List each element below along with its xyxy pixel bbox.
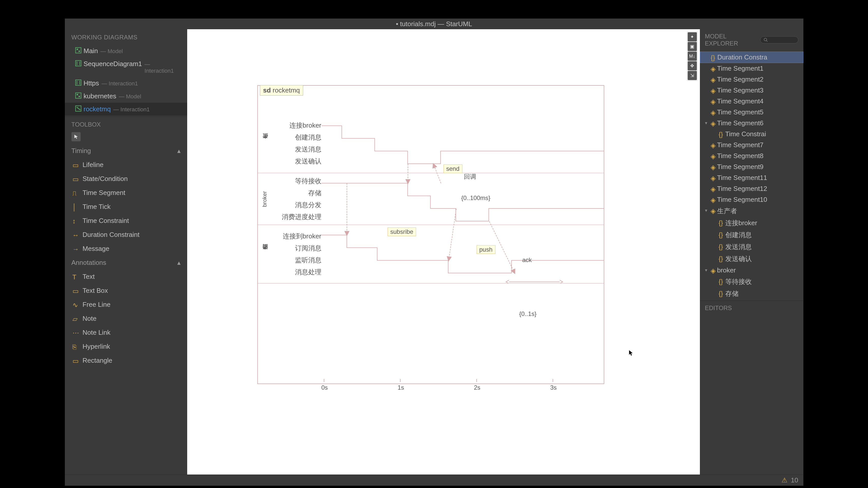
tree-item[interactable]: ◈Time Segment7 — [700, 139, 803, 151]
tree-item[interactable]: {}Time Constrai — [700, 129, 803, 139]
tool-note-link[interactable]: ⋯Note Link — [65, 326, 187, 339]
markdown-icon[interactable]: M↓ — [688, 52, 697, 61]
tool-duration-constraint[interactable]: ↔Duration Constraint — [65, 228, 187, 242]
lifeline-producer[interactable]: 生产者 连接broker 创建消息 发送消息 发送确认 — [258, 113, 604, 173]
tool-note[interactable]: ▱Note — [65, 312, 187, 326]
diagram-item-main[interactable]: Main — Model — [65, 44, 187, 58]
share-icon[interactable]: ⇲ — [688, 71, 697, 80]
diagram-sub: — Interaction1 — [113, 106, 150, 113]
diagram-item-https[interactable]: Https — Interaction1 — [65, 77, 187, 90]
tree-item[interactable]: {}发送消息 — [700, 241, 803, 253]
tree-item[interactable]: {}发送确认 — [700, 253, 803, 265]
msg-subscribe[interactable]: subsribe — [388, 227, 416, 236]
canvas[interactable]: ✦ ▣ M↓ ✥ ⇲ sd rocketmq 生产者 连接broker 创建消息 — [187, 29, 700, 475]
tree-item[interactable]: ◈Time Segment8 — [700, 151, 803, 161]
tree-label: Time Segment6 — [717, 119, 764, 127]
timing-path[interactable] — [321, 113, 604, 173]
tree-node-icon: ◈ — [711, 163, 716, 168]
tree-item[interactable]: ◈Time Segment10 — [700, 194, 803, 205]
tree-item[interactable]: {}等待接收 — [700, 276, 803, 288]
zoom-value[interactable]: 10 — [791, 476, 798, 484]
tool-free-line[interactable]: ∿Free Line — [65, 298, 187, 312]
msg-callback[interactable]: 回调 — [464, 172, 476, 181]
tool-hyperlink[interactable]: ⎘Hyperlink — [65, 339, 187, 354]
tree-item[interactable]: ▾◈生产者 — [700, 205, 803, 217]
tree-item[interactable]: ◈Time Segment12 — [700, 183, 803, 194]
tree-item[interactable]: {}Duration Constra — [700, 52, 803, 63]
tool-text[interactable]: TText — [65, 270, 187, 284]
working-diagrams-list: Main — Model SequenceDiagram1 — Interact… — [65, 43, 187, 117]
tree-label: Time Segment1 — [717, 65, 764, 72]
state-label[interactable]: 监听消息 — [273, 254, 321, 266]
tool-label: Time Constraint — [83, 217, 129, 224]
toolbox-section-annotations[interactable]: Annotations ▴ — [65, 256, 187, 270]
tool-text-box[interactable]: ▭Text Box — [65, 284, 187, 298]
tool-time-tick[interactable]: │Time Tick — [65, 200, 187, 214]
expander-icon[interactable]: ▾ — [705, 120, 707, 126]
tree-item[interactable]: {}连接broker — [700, 217, 803, 229]
svg-rect-11 — [79, 96, 80, 97]
tree-item[interactable]: ◈Time Segment9 — [700, 161, 803, 172]
tree-node-icon: {} — [719, 290, 724, 295]
tool-time-segment[interactable]: ⎍Time Segment — [65, 186, 187, 200]
tool-time-constraint[interactable]: ↕Time Constraint — [65, 214, 187, 228]
time-constraint-label[interactable]: {0..100ms} — [461, 194, 491, 201]
locate-icon[interactable]: ✥ — [688, 61, 697, 70]
msg-send[interactable]: send — [443, 164, 462, 173]
tick-label: 0s — [321, 384, 328, 391]
tool-label: Note — [83, 315, 97, 322]
timing-diagram-frame[interactable]: sd rocketmq 生产者 连接broker 创建消息 发送消息 发送确认 — [257, 85, 604, 384]
state-label[interactable]: 连接到broker — [273, 230, 321, 242]
image-icon[interactable]: ▣ — [688, 42, 697, 51]
lifeline-consumer[interactable]: 消费者 连接到broker 订阅消息 监听消息 消息处理 — [258, 225, 604, 283]
extension-icon[interactable]: ✦ — [688, 32, 697, 41]
toolbox-section-timing[interactable]: Timing ▴ — [65, 144, 187, 158]
timing-path[interactable] — [321, 225, 604, 283]
warning-icon[interactable]: ⚠ — [781, 476, 787, 484]
tree-node-icon: {} — [719, 255, 724, 260]
state-label[interactable]: 订阅消息 — [273, 242, 321, 254]
state-label[interactable]: 发送消息 — [273, 143, 321, 155]
tree-item[interactable]: ◈Time Segment4 — [700, 96, 803, 107]
tool-rectangle[interactable]: ▭Rectangle — [65, 354, 187, 367]
state-label[interactable]: 消息分发 — [273, 199, 321, 211]
expander-icon[interactable]: ▾ — [705, 208, 707, 213]
state-label[interactable]: 消息处理 — [273, 266, 321, 278]
state-label[interactable]: 等待接收 — [273, 175, 321, 187]
state-label[interactable]: 存储 — [273, 187, 321, 199]
diagram-item-kubernetes[interactable]: kubernetes — Model — [65, 90, 187, 103]
tree-item[interactable]: {}存储 — [700, 288, 803, 300]
window-title: • tutorials.mdj — StarUML — [396, 20, 472, 28]
tree-item[interactable]: ▾◈Time Segment6 — [700, 118, 803, 129]
diagram-item-sequence[interactable]: SequenceDiagram1 — Interaction1 — [65, 58, 187, 77]
working-diagrams-header: WORKING DIAGRAMS — [65, 29, 187, 43]
tree-item[interactable]: ◈Time Segment5 — [700, 107, 803, 118]
diagram-item-rocketmq[interactable]: rocketmq — Interaction1 — [65, 103, 187, 116]
state-label[interactable]: 创建消息 — [273, 131, 321, 143]
explorer-search[interactable] — [760, 36, 798, 43]
tool-select-cursor[interactable] — [71, 132, 81, 141]
tree-item[interactable]: ◈Time Segment1 — [700, 63, 803, 74]
state-label[interactable]: 连接broker — [273, 120, 321, 131]
tool-message[interactable]: →Message — [65, 242, 187, 256]
section-label: Annotations — [71, 259, 106, 267]
tree-item[interactable]: ◈Time Segment2 — [700, 74, 803, 85]
state-label[interactable]: 发送确认 — [273, 155, 321, 167]
tree-item[interactable]: {}创建消息 — [700, 229, 803, 241]
tree-label: 生产者 — [717, 207, 737, 215]
expander-icon[interactable]: ▾ — [705, 267, 707, 273]
state-list: 连接到broker 订阅消息 监听消息 消息处理 — [273, 225, 321, 283]
state-label[interactable]: 消费进度处理 — [273, 211, 321, 223]
tree-item[interactable]: ◈Time Segment11 — [700, 172, 803, 183]
msg-push[interactable]: push — [476, 245, 495, 254]
tree-node-icon: ◈ — [711, 207, 716, 212]
tool-state-condition[interactable]: ▭State/Condition — [65, 172, 187, 186]
search-icon — [764, 38, 768, 42]
tree-item[interactable]: ◈Time Segment3 — [700, 85, 803, 96]
duration-constraint-label[interactable]: {0..1s} — [519, 310, 537, 318]
tool-lifeline[interactable]: ▭Lifeline — [65, 158, 187, 172]
lifeline-broker[interactable]: broker 等待接收 存储 消息分发 消费进度处理 — [258, 173, 604, 225]
diagram-name: kubernetes — [84, 92, 117, 100]
tree-item[interactable]: ▾◈broker — [700, 265, 803, 276]
msg-ack[interactable]: ack — [522, 256, 532, 264]
